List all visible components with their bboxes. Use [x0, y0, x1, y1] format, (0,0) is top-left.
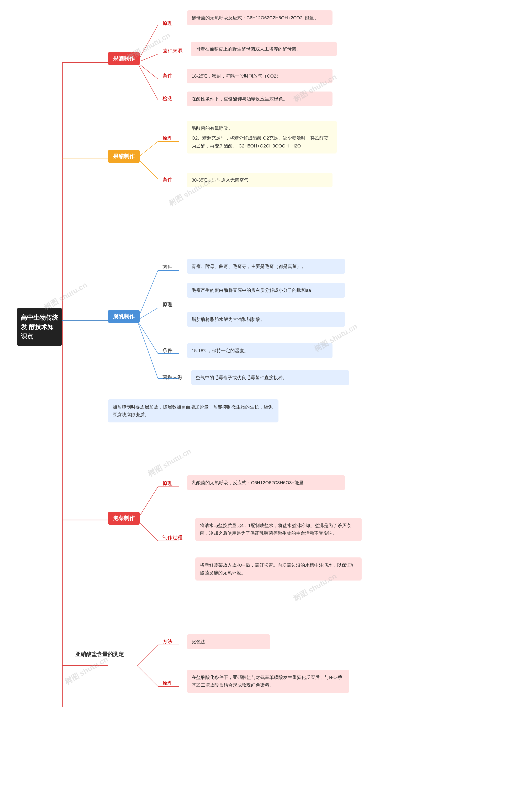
- leaf-text: 比色法: [192, 639, 205, 644]
- sub-guojiu-junzhong: 菌种来源: [160, 46, 185, 56]
- svg-line-6: [137, 54, 158, 62]
- sub-guojiu-jiance: 检测: [160, 94, 177, 104]
- leaf-furu-extra: 加盐腌制时要逐层加盐，随层数加高而增加盐量，盐能抑制微生物的生长，避免豆腐块腐败…: [108, 399, 279, 422]
- leaf-text: 在酸性条件下，重铬酸钾与酒精反应呈灰绿色。: [192, 96, 288, 102]
- branch-guojiu-label: 果酒制作: [113, 55, 135, 61]
- branch-paocai-label: 泡菜制作: [113, 515, 135, 521]
- sub-label: 原理: [163, 20, 172, 26]
- svg-line-4: [137, 25, 158, 62]
- sub-label: 原理: [163, 480, 172, 486]
- leaf-text: 附着在葡萄皮上的野生酵母菌或人工培养的酵母菌。: [196, 47, 301, 52]
- branch-paocai: 泡菜制作: [108, 512, 140, 525]
- branch-yaxiao: 亚硝酸盐含量的测定: [73, 649, 126, 659]
- svg-line-15: [137, 158, 158, 179]
- leaf-text: 青霉、酵母、曲霉、毛霉等，主要是毛霉（都是真菌）。: [192, 264, 306, 269]
- sub-label: 原理: [163, 302, 172, 307]
- leaf-furu-junzhong2: 空气中的毛霉孢子或优良毛霉菌种直接接种。: [191, 370, 349, 385]
- leaf-line1: 醋酸菌的有氧呼吸。: [192, 124, 332, 132]
- leaf-guojiu-tiaojian: 18-25℃，密封，每隔一段时间放气（CO2）: [187, 69, 332, 84]
- leaf-text: 15-18℃，保持一定的湿度。: [192, 348, 249, 353]
- leaf-text: 30-35℃，适时通入无菌空气。: [192, 178, 253, 183]
- watermark-6: 树图 shutu.cn: [146, 446, 193, 479]
- sub-label: 制作过程: [163, 534, 183, 540]
- svg-line-24: [137, 320, 158, 379]
- leaf-line2: O2、糖源充足时，将糖分解成醋酸 O2充足、缺少糖源时，将乙醇变为乙醛，再变为醋…: [192, 134, 332, 150]
- sub-guojiu-yuanli: 原理: [160, 18, 177, 28]
- svg-line-22: [137, 320, 158, 353]
- sub-yaxiao-yuanli: 原理: [160, 678, 177, 688]
- sub-furu-tiaojian: 条件: [160, 345, 177, 355]
- leaf-guojiu-jiance: 在酸性条件下，重铬酸钾与酒精反应呈灰绿色。: [187, 92, 332, 106]
- svg-line-10: [137, 62, 158, 100]
- sub-label: 菌种来源: [163, 48, 183, 53]
- svg-line-32: [137, 645, 158, 666]
- branch-furu: 腐乳制作: [108, 310, 140, 323]
- mind-map: 树图 shutu.cn 树图 shutu.cn 树图 shutu.cn 树图 s…: [0, 0, 532, 801]
- leaf-paocai-yuanli: 乳酸菌的无氧呼吸，反应式：C6H12O62C3H6O3+能量: [187, 475, 345, 490]
- svg-line-13: [137, 142, 158, 158]
- sub-paocai-zhizuo: 制作过程: [160, 532, 185, 543]
- leaf-paocai-zhizuo-2: 将新鲜蔬菜放入盐水中后，盖好坛盖。向坛盖边沿的水槽中注满水，以保证乳酸菌发酵的无…: [195, 558, 362, 581]
- sub-label: 条件: [163, 177, 172, 182]
- sub-label: 原理: [163, 135, 172, 141]
- leaf-text: 加盐腌制时要逐层加盐，随层数加高而增加盐量，盐能抑制微生物的生长，避免豆腐块腐败…: [113, 404, 273, 417]
- branch-guocu: 果醋制作: [108, 150, 140, 163]
- branch-guojiu: 果酒制作: [108, 52, 140, 65]
- sub-paocai-yuanli: 原理: [160, 478, 177, 488]
- svg-line-27: [137, 487, 158, 520]
- sub-yaxiao-fangfa: 方法: [160, 636, 177, 647]
- leaf-text: 空气中的毛霉孢子或优良毛霉菌种直接接种。: [196, 375, 287, 380]
- leaf-text: 脂肪酶将脂肪水解为甘油和脂肪酸。: [192, 317, 265, 322]
- leaf-guojiu-yuanli: 酵母菌的无氧呼吸反应式：C6H12O62C2H5OH+2CO2+能量。: [187, 11, 332, 25]
- svg-line-34: [137, 666, 158, 686]
- leaf-guocu-yuanli: 醋酸菌的有氧呼吸。 O2、糖源充足时，将糖分解成醋酸 O2充足、缺少糖源时，将乙…: [187, 121, 337, 153]
- sub-guocu-yuanli: 原理: [160, 133, 177, 143]
- leaf-text: 将清水与盐按质量比4：1配制成盐水，将盐水煮沸冷却。煮沸是为了杀灭杂菌，冷却之后…: [200, 523, 351, 536]
- branch-yaxiao-label: 亚硝酸盐含量的测定: [75, 651, 124, 657]
- leaf-furu-tiaojian: 15-18℃，保持一定的湿度。: [187, 343, 332, 358]
- leaf-text: 乳酸菌的无氧呼吸，反应式：C6H12O62C3H6O3+能量: [192, 480, 304, 485]
- sub-label: 原理: [163, 680, 172, 686]
- leaf-text: 酵母菌的无氧呼吸反应式：C6H12O62C2H5OH+2CO2+能量。: [192, 15, 319, 20]
- leaf-text: 将新鲜蔬菜放入盐水中后，盖好坛盖。向坛盖边沿的水槽中注满水，以保证乳酸菌发酵的无…: [200, 562, 355, 575]
- sub-label: 菌种: [163, 264, 172, 270]
- leaf-paocai-zhizuo-1: 将清水与盐按质量比4：1配制成盐水，将盐水煮沸冷却。煮沸是为了杀灭杂菌，冷却之后…: [195, 518, 362, 541]
- leaf-guojiu-junzhong: 附着在葡萄皮上的野生酵母菌或人工培养的酵母菌。: [191, 42, 337, 56]
- svg-line-18: [137, 270, 158, 320]
- sub-furu-junzhong2: 菌种来源: [160, 372, 185, 382]
- sub-guojiu-tiaojian: 条件: [160, 71, 177, 81]
- root-node: 高中生物传统发 酵技术知识点: [17, 308, 62, 346]
- sub-furu-junzhong: 菌种: [160, 262, 177, 272]
- svg-line-20: [137, 308, 158, 320]
- leaf-yaxiao-yuanli: 在盐酸酸化条件下，亚硝酸盐与对氨基苯磺酸发生重氮化反应后，与N-1-萘基乙二胺盐…: [187, 670, 349, 693]
- root-label: 高中生物传统发 酵技术知识点: [21, 314, 58, 340]
- leaf-furu-yuanli-1: 毛霉产生的蛋白酶将豆腐中的蛋白质分解成小分子的肽和aa: [187, 283, 345, 298]
- svg-line-8: [137, 62, 158, 79]
- leaf-text: 毛霉产生的蛋白酶将豆腐中的蛋白质分解成小分子的肽和aa: [192, 288, 311, 293]
- leaf-guocu-tiaojian: 30-35℃，适时通入无菌空气。: [187, 172, 332, 187]
- sub-guocu-tiaojian: 条件: [160, 175, 177, 185]
- svg-line-29: [137, 520, 158, 541]
- leaf-yaxiao-fangfa: 比色法: [187, 634, 270, 649]
- leaf-text: 在盐酸酸化条件下，亚硝酸盐与对氨基苯磺酸发生重氮化反应后，与N-1-萘基乙二胺盐…: [192, 675, 342, 688]
- sub-label: 检测: [163, 96, 172, 101]
- leaf-text: 18-25℃，密封，每隔一段时间放气（CO2）: [192, 73, 281, 79]
- sub-label: 条件: [163, 73, 172, 78]
- leaf-furu-yuanli-2: 脂肪酶将脂肪水解为甘油和脂肪酸。: [187, 312, 345, 327]
- leaf-furu-junzhong: 青霉、酵母、曲霉、毛霉等，主要是毛霉（都是真菌）。: [187, 259, 345, 274]
- sub-label: 条件: [163, 347, 172, 353]
- sub-label: 菌种来源: [163, 375, 183, 380]
- branch-guocu-label: 果醋制作: [113, 153, 135, 159]
- sub-furu-yuanli: 原理: [160, 299, 177, 310]
- branch-furu-label: 腐乳制作: [113, 313, 135, 320]
- sub-label: 方法: [163, 639, 172, 644]
